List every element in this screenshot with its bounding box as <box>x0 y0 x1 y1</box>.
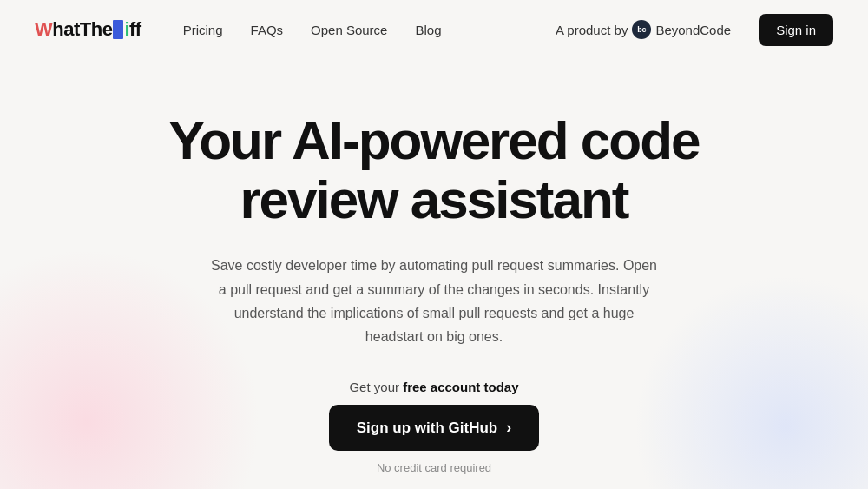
cta-pre: Get your <box>349 380 403 394</box>
logo-cursor-icon <box>113 20 123 39</box>
no-credit-card-label: No credit card required <box>377 461 491 474</box>
navigation: What The iff Pricing FAQs Open Source Bl… <box>0 0 868 59</box>
product-by: A product by bc BeyondCode <box>556 20 731 39</box>
beyondcode-label: BeyondCode <box>655 23 731 37</box>
signup-github-button[interactable]: Sign up with GitHub › <box>329 405 539 451</box>
logo-he: he <box>91 18 113 41</box>
signup-button-label: Sign up with GitHub <box>357 420 497 437</box>
open-source-link[interactable]: Open Source <box>311 23 387 37</box>
blog-link[interactable]: Blog <box>415 23 441 37</box>
logo-ff: ff <box>129 18 141 41</box>
beyondcode-icon: bc <box>632 20 651 39</box>
arrow-icon: › <box>506 419 511 437</box>
cta-bold: free account today <box>403 380 518 394</box>
product-prefix: A product by <box>556 23 628 37</box>
pricing-link[interactable]: Pricing <box>183 23 223 37</box>
cta-label: Get your free account today <box>349 380 518 394</box>
logo-t1: T <box>80 18 91 41</box>
faqs-link[interactable]: FAQs <box>251 23 284 37</box>
logo[interactable]: What The iff <box>35 18 141 41</box>
hero-title: Your AI-powered code review assistant <box>130 111 738 229</box>
nav-links: Pricing FAQs Open Source Blog <box>183 23 556 37</box>
hero-subtitle: Save costly developer time by automating… <box>208 254 660 348</box>
hero-section: Your AI-powered code review assistant Sa… <box>0 59 868 489</box>
logo-w: W <box>35 18 52 41</box>
logo-hat: hat <box>52 18 80 41</box>
sign-in-button[interactable]: Sign in <box>759 14 833 46</box>
